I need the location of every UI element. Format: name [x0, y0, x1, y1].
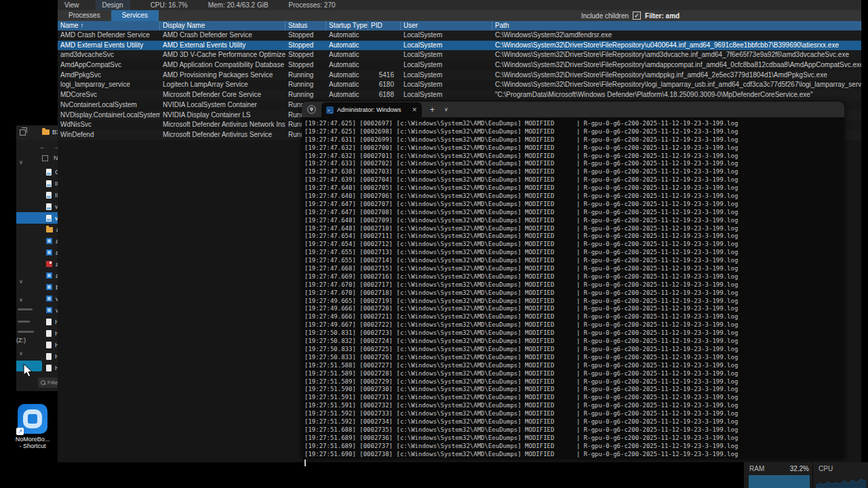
ram-label: RAM	[749, 465, 764, 472]
cell-pid: 6180	[368, 80, 401, 90]
terminal-output[interactable]: [19:27:47.625] [0002697] [c:\Windows\Sys…	[302, 117, 844, 466]
cell-startup: Automatic	[326, 80, 368, 90]
stat-cpu: CPU: 16.7%	[151, 1, 188, 9]
cell-pid	[368, 41, 401, 51]
terminal-tab[interactable]: >_ Administrator: Windows Pow ✕	[321, 102, 422, 117]
cell-user: LocalSystem	[401, 50, 492, 60]
service-row[interactable]: AmdPpkgSvcAMD Provisioning Packages Serv…	[58, 70, 861, 81]
tab-processes[interactable]: Processes	[58, 10, 111, 21]
menu-view[interactable]: View	[58, 0, 86, 10]
powershell-icon: >_	[326, 106, 334, 114]
include-children-checkbox[interactable]: ✓	[633, 12, 641, 20]
page-file-icon	[46, 330, 52, 337]
tree-item[interactable]	[18, 321, 30, 323]
ram-value: 32.2%	[782, 465, 809, 472]
cell-pid	[368, 30, 401, 41]
log-line: [19:27:49.666] [0002721] [c:\Windows\Sys…	[304, 313, 844, 321]
cell-name: WdNisSvc	[58, 120, 160, 130]
menu-design[interactable]: Design	[96, 0, 130, 10]
back-icon[interactable]: ←	[39, 143, 46, 150]
column-display-name[interactable]: Display Name	[160, 21, 285, 30]
select-all-checkbox[interactable]	[42, 155, 48, 161]
explorer-file-item[interactable]: E	[16, 281, 61, 293]
explorer-file-item[interactable]: a	[16, 247, 61, 258]
log-line: [19:27:51.592] [0002733] [c:\Windows\Sys…	[304, 410, 844, 418]
service-row[interactable]: AMD External Events UtilityAMD External …	[58, 41, 861, 51]
sort-ascending-icon: ↑	[80, 22, 83, 29]
explorer-file-item[interactable]: II	[16, 189, 61, 201]
cell-display: Logitech LampArray Service	[160, 80, 285, 90]
tree-chevron-icon[interactable]: ∨	[19, 279, 23, 285]
cell-display: AMD External Events Utility	[160, 41, 285, 51]
terminal-window: >_ Administrator: Windows Pow ✕ + ∨ [19:…	[302, 102, 844, 459]
table-header: Name ↑ Display Name Status Startup Type …	[58, 21, 861, 30]
tab-close-icon[interactable]: ✕	[412, 106, 417, 113]
cell-pid: 6188	[368, 90, 401, 100]
tree-chevron-icon[interactable]: ∨	[19, 297, 23, 303]
log-line: [19:27:51.589] [0002729] [c:\Windows\Sys…	[304, 378, 844, 386]
cell-pid	[368, 60, 401, 70]
log-line: [19:27:47.632] [0002701] [c:\Windows\Sys…	[304, 152, 844, 161]
log-line: [19:27:51.688] [0002735] [c:\Windows\Sys…	[304, 426, 844, 434]
cell-status: Running	[285, 80, 326, 90]
tab-dropdown-icon[interactable]: ∨	[444, 106, 448, 113]
desktop-shortcut[interactable]: ↗ NoMoreBo... - Shortcut	[11, 404, 54, 449]
log-line: [19:27:47.632] [0002700] [c:\Windows\Sys…	[304, 144, 844, 152]
explorer-file-item[interactable]: II	[16, 178, 61, 189]
column-path[interactable]: Path	[492, 21, 861, 30]
column-user[interactable]: User	[401, 21, 492, 30]
log-line: [19:27:50.831] [0002723] [c:\Windows\Sys…	[304, 329, 844, 338]
cell-path: C:\Windows\System32\amdfendrsr.exe	[492, 30, 861, 41]
log-line: [19:27:47.668] [0002715] [c:\Windows\Sys…	[304, 265, 844, 273]
filter-field[interactable]: Filter: amd	[645, 12, 679, 20]
restore-window-icon[interactable]	[20, 129, 26, 136]
service-row[interactable]: AMD Crash Defender ServiceAMD Crash Defe…	[58, 30, 861, 41]
log-line: [19:27:47.631] [0002699] [c:\Windows\Sys…	[304, 136, 844, 144]
explorer-file-item[interactable]: G	[16, 166, 61, 178]
column-pid[interactable]: PID	[368, 21, 401, 30]
folder-file-icon	[46, 227, 53, 232]
cell-user: LocalSystem	[401, 60, 492, 70]
cell-display: AMD 3D V-Cache Performance Optimizer Ser…	[160, 50, 285, 60]
column-name[interactable]: Name ↑	[58, 21, 160, 30]
mouse-cursor	[23, 363, 34, 378]
cell-display: AMD Crash Defender Service	[160, 30, 285, 41]
explorer-file-item[interactable]: v	[16, 212, 61, 224]
cell-pid: 5416	[368, 70, 401, 81]
red-file-icon	[46, 261, 52, 267]
cell-name: NvContainerLocalSystem	[58, 100, 160, 110]
cell-user: LocalSystem	[401, 90, 492, 100]
explorer-file-item[interactable]: a	[16, 270, 61, 281]
folder-icon	[42, 129, 50, 135]
terminal-tab-bar: >_ Administrator: Windows Pow ✕ + ∨	[302, 102, 844, 117]
tree-chevron-icon[interactable]: ∨	[19, 350, 23, 357]
service-row[interactable]: amd3dvcacheSvcAMD 3D V-Cache Performance…	[58, 50, 861, 60]
tree-item[interactable]	[18, 331, 34, 333]
tree-item[interactable]	[18, 308, 33, 310]
log-line: [19:27:51.690] [0002738] [c:\Windows\Sys…	[304, 451, 844, 459]
explorer-file-item[interactable]: a	[16, 224, 61, 235]
doc-file-icon	[46, 180, 52, 187]
service-row[interactable]: MDCoreSvcMicrosoft Defender Core Service…	[58, 90, 861, 100]
tree-chevron-icon[interactable]: ∨	[19, 159, 23, 165]
app-file-icon	[46, 238, 52, 244]
explorer-file-item[interactable]: a	[16, 258, 61, 270]
page-file-icon	[46, 353, 52, 360]
service-row[interactable]: logi_lamparray_serviceLogitech LampArray…	[58, 80, 861, 90]
app-file-icon	[46, 284, 52, 290]
explorer-file-item[interactable]: a	[16, 235, 61, 247]
cell-status: Stopped	[285, 30, 326, 41]
explorer-file-item[interactable]: v	[16, 293, 61, 304]
column-startup-type[interactable]: Startup Type	[326, 21, 368, 30]
new-tab-icon[interactable]: +	[430, 105, 435, 115]
log-line: [19:27:47.669] [0002716] [c:\Windows\Sys…	[304, 273, 844, 281]
column-status[interactable]: Status	[285, 21, 326, 30]
explorer-file-item[interactable]: v	[16, 201, 61, 212]
explorer-column-header[interactable]: N	[16, 152, 61, 163]
drive-label[interactable]: (Z:)	[16, 337, 26, 344]
service-row[interactable]: AmdAppCompatSvcAMD Application Compatibi…	[58, 60, 861, 70]
log-line: [19:27:47.647] [0002708] [c:\Windows\Sys…	[304, 209, 844, 217]
tab-services[interactable]: Services	[111, 10, 159, 21]
cell-display: Microsoft Defender Core Service	[160, 90, 285, 100]
log-line: [19:27:47.648] [0002709] [c:\Windows\Sys…	[304, 217, 844, 225]
